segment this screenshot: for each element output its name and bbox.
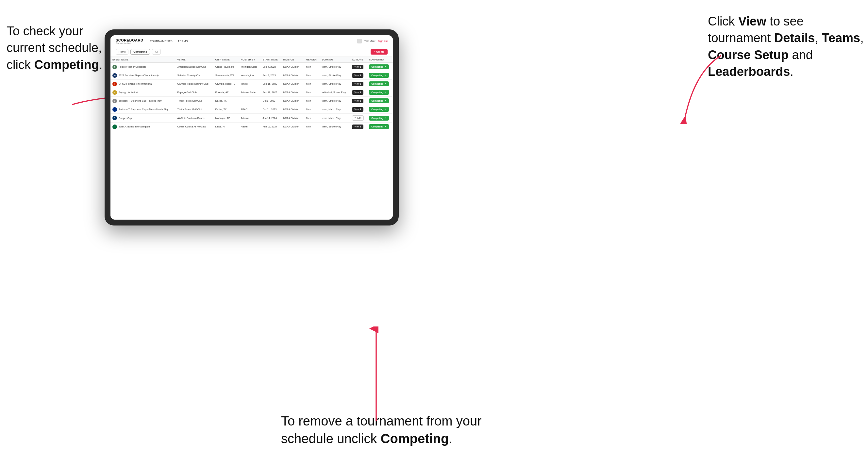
- view-button[interactable]: View ℹ: [352, 125, 364, 129]
- nav-teams[interactable]: TEAMS: [178, 39, 188, 43]
- brand: SCOREBOARD Powered by clippi: [116, 38, 143, 44]
- info-icon: ℹ: [360, 100, 361, 102]
- cell-competing[interactable]: Competing ✓: [367, 63, 393, 71]
- cell-competing[interactable]: Competing ✓: [367, 123, 393, 131]
- col-scoring: SCORING: [320, 57, 350, 63]
- competing-badge[interactable]: Competing ✓: [369, 73, 389, 78]
- view-button[interactable]: View ℹ: [352, 65, 364, 69]
- cell-action[interactable]: View ℹ: [350, 88, 367, 97]
- tournaments-table: EVENT NAME VENUE CITY, STATE HOSTED BY S…: [111, 57, 393, 131]
- cell-hosted-by: Hawaii: [239, 123, 261, 131]
- col-division: DIVISION: [281, 57, 304, 63]
- filter-competing[interactable]: Competing: [130, 49, 150, 55]
- cell-venue: Ocean Course At Hokuala: [175, 123, 213, 131]
- col-competing: COMPETING: [367, 57, 393, 63]
- filter-home[interactable]: Home: [116, 49, 128, 55]
- event-name-text: John A. Burns Intercollegiate: [119, 125, 150, 128]
- competing-badge[interactable]: Competing ✓: [369, 98, 389, 103]
- cell-action[interactable]: View ℹ: [350, 105, 367, 114]
- col-actions: ACTIONS: [350, 57, 367, 63]
- competing-badge[interactable]: Competing ✓: [369, 116, 389, 121]
- col-city-state: CITY, STATE: [213, 57, 239, 63]
- annotation-bottom-center: To remove a tournament from your schedul…: [281, 412, 510, 447]
- sign-out-link[interactable]: Sign out: [378, 39, 388, 42]
- view-button[interactable]: View ℹ: [352, 90, 364, 95]
- cell-competing[interactable]: Competing ✓: [367, 97, 393, 105]
- cell-competing[interactable]: Competing ✓: [367, 71, 393, 80]
- info-icon: ℹ: [360, 125, 361, 128]
- create-button[interactable]: + Create: [371, 49, 388, 55]
- team-logo: I: [113, 82, 117, 86]
- nav-links: TOURNAMENTS TEAMS: [150, 39, 188, 43]
- cell-event-name: J Jackson T. Stephens Cup – Stroke Play: [111, 97, 175, 105]
- cell-gender: Men: [304, 97, 320, 105]
- cell-hosted-by: [239, 97, 261, 105]
- cell-gender: Men: [304, 123, 320, 131]
- cell-competing[interactable]: Competing ✓: [367, 88, 393, 97]
- cell-city-state: Dallas, TX: [213, 97, 239, 105]
- event-name-text: 2023 Sahalee Players Championship: [119, 74, 159, 77]
- cell-scoring: team, Stroke Play: [320, 80, 350, 88]
- view-button[interactable]: View ℹ: [352, 99, 364, 103]
- info-icon: ℹ: [360, 91, 361, 94]
- cell-city-state: Phoenix, AZ: [213, 88, 239, 97]
- cell-action[interactable]: View ℹ: [350, 80, 367, 88]
- competing-badge[interactable]: Competing ✓: [369, 90, 389, 95]
- cell-action[interactable]: View ℹ: [350, 63, 367, 71]
- view-button[interactable]: View ℹ: [352, 73, 364, 78]
- edit-button[interactable]: ✏ Edit: [352, 115, 364, 121]
- cell-event-name: W 2023 Sahalee Players Championship: [111, 71, 175, 80]
- event-name-text: Jackson T. Stephens Cup – Men's Match Pl…: [119, 108, 168, 111]
- arrow-bottom-competing: [368, 326, 384, 425]
- cell-gender: Men: [304, 80, 320, 88]
- info-icon: ℹ: [360, 83, 361, 85]
- cell-competing[interactable]: Competing ✓: [367, 80, 393, 88]
- table-header-row: EVENT NAME VENUE CITY, STATE HOSTED BY S…: [111, 57, 393, 63]
- cell-action[interactable]: ✏ Edit: [350, 114, 367, 123]
- table-row: J Jackson T. Stephens Cup – Stroke Play …: [111, 97, 393, 105]
- check-icon: ✓: [384, 99, 386, 102]
- table-row: P Papago Individual Papago Golf ClubPhoe…: [111, 88, 393, 97]
- cell-event-name: J Jackson T. Stephens Cup – Men's Match …: [111, 105, 175, 114]
- cell-action[interactable]: View ℹ: [350, 123, 367, 131]
- team-logo: J: [113, 107, 117, 112]
- cell-venue: American Dunes Golf Club: [175, 63, 213, 71]
- table-row: W 2023 Sahalee Players Championship Saha…: [111, 71, 393, 80]
- cell-venue: Papago Golf Club: [175, 88, 213, 97]
- cell-start-date: Oct 11, 2023: [261, 105, 281, 114]
- filter-all[interactable]: All: [152, 49, 161, 55]
- cell-venue: Sahalee Country Club: [175, 71, 213, 80]
- cell-competing[interactable]: Competing ✓: [367, 105, 393, 114]
- competing-badge[interactable]: Competing ✓: [369, 82, 389, 86]
- cell-gender: Men: [304, 114, 320, 123]
- competing-badge[interactable]: Competing ✓: [369, 64, 389, 69]
- event-name-text: OFCC Fighting Illini Invitational: [119, 82, 152, 85]
- cell-competing[interactable]: Competing ✓: [367, 114, 393, 123]
- cell-division: NCAA Division I: [281, 80, 304, 88]
- nav-tournaments[interactable]: TOURNAMENTS: [150, 39, 172, 43]
- cell-start-date: Sep 9, 2023: [261, 71, 281, 80]
- table-row: A Copper Cup Ak-Chin Southern DunesMaric…: [111, 114, 393, 123]
- cell-scoring: team, Stroke Play: [320, 63, 350, 71]
- user-name: Test User: [364, 39, 375, 42]
- col-venue: VENUE: [175, 57, 213, 63]
- cell-gender: Men: [304, 71, 320, 80]
- table-row: F Folds of Honor Collegiate American Dun…: [111, 63, 393, 71]
- cell-scoring: team, Match Play: [320, 114, 350, 123]
- view-button[interactable]: View ℹ: [352, 107, 364, 112]
- tournaments-table-container: EVENT NAME VENUE CITY, STATE HOSTED BY S…: [111, 57, 393, 220]
- check-icon: ✓: [384, 65, 386, 68]
- competing-badge[interactable]: Competing ✓: [369, 124, 389, 129]
- cell-start-date: Jan 14, 2024: [261, 114, 281, 123]
- view-button[interactable]: View ℹ: [352, 82, 364, 86]
- cell-gender: Men: [304, 88, 320, 97]
- cell-hosted-by: Illinois: [239, 80, 261, 88]
- cell-event-name: I OFCC Fighting Illini Invitational: [111, 80, 175, 88]
- cell-scoring: individual, Stroke Play: [320, 88, 350, 97]
- cell-action[interactable]: View ℹ: [350, 71, 367, 80]
- cell-hosted-by: Arizona State: [239, 88, 261, 97]
- cell-action[interactable]: View ℹ: [350, 97, 367, 105]
- competing-badge[interactable]: Competing ✓: [369, 107, 389, 112]
- nav-right: Test User Sign out: [357, 39, 388, 43]
- check-icon: ✓: [384, 74, 386, 77]
